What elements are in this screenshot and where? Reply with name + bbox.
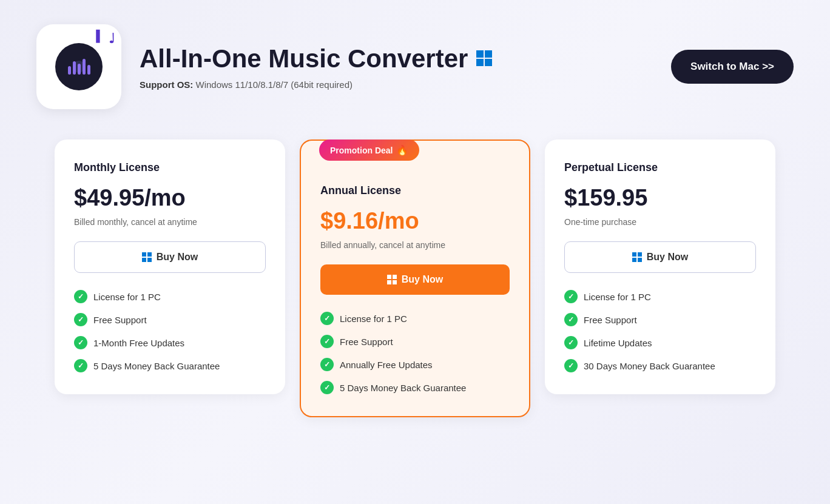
annual-features-list: ✓ License for 1 PC ✓ Free Support ✓ Annu… [320, 312, 510, 394]
svg-rect-3 [485, 59, 492, 66]
check-icon: ✓ [74, 313, 87, 326]
svg-rect-1 [485, 50, 492, 58]
windows-icon-monthly [142, 252, 152, 262]
svg-rect-14 [632, 258, 636, 262]
list-item: ✓ License for 1 PC [74, 290, 266, 303]
perpetual-plan-price: $159.95 [564, 185, 756, 211]
perpetual-plan-billing: One-time purchase [564, 217, 756, 227]
annual-buy-button[interactable]: Buy Now [320, 264, 510, 295]
list-item: ✓ 5 Days Money Back Guarantee [74, 359, 266, 372]
list-item: ✓ 30 Days Money Back Guarantee [564, 359, 756, 372]
list-item: ✓ Annually Free Updates [320, 358, 510, 371]
svg-rect-6 [142, 258, 146, 262]
os-value: Windows 11/10/8.1/8/7 (64bit required) [196, 79, 353, 90]
header: ♩ ▌ All-In-One Music Converter Suppo [36, 24, 794, 109]
svg-rect-13 [638, 252, 642, 257]
switch-to-mac-button[interactable]: Switch to Mac >> [671, 50, 794, 84]
check-icon: ✓ [564, 313, 578, 326]
perpetual-card: Perpetual License $159.95 One-time purch… [545, 139, 775, 394]
check-icon: ✓ [320, 358, 334, 371]
list-item: ✓ Free Support [320, 335, 510, 348]
check-icon: ✓ [564, 290, 578, 303]
list-item: ✓ Lifetime Updates [564, 336, 756, 349]
svg-rect-0 [476, 50, 484, 58]
check-icon: ✓ [564, 359, 578, 372]
windows-icon-annual [387, 275, 397, 284]
svg-rect-4 [142, 252, 146, 257]
fire-icon: 🔥 [396, 144, 408, 156]
check-icon: ✓ [564, 336, 578, 349]
monthly-plan-price: $49.95/mo [74, 185, 266, 211]
app-os: Support OS: Windows 11/10/8.1/8/7 (64bit… [140, 79, 653, 90]
logo-disc [55, 43, 103, 90]
list-item: ✓ 5 Days Money Back Guarantee [320, 381, 510, 394]
list-item: ✓ License for 1 PC [564, 290, 756, 303]
monthly-plan-name: Monthly License [74, 161, 266, 174]
check-icon: ✓ [320, 335, 334, 348]
svg-rect-2 [476, 59, 484, 66]
annual-card: Promotion Deal 🔥 Annual License $9.16/mo… [300, 139, 530, 417]
svg-rect-8 [387, 275, 391, 279]
check-icon: ✓ [320, 312, 334, 325]
list-item: ✓ 1-Month Free Updates [74, 336, 266, 349]
svg-rect-11 [393, 280, 397, 284]
monthly-buy-button[interactable]: Buy Now [74, 241, 266, 273]
check-icon: ✓ [320, 381, 334, 394]
check-icon: ✓ [74, 290, 87, 303]
monthly-plan-billing: Billed monthly, cancel at anytime [74, 217, 266, 227]
annual-plan-name: Annual License [320, 184, 510, 197]
app-title-text: All-In-One Music Converter [140, 44, 468, 73]
svg-rect-12 [632, 252, 636, 257]
promo-badge: Promotion Deal 🔥 [319, 139, 419, 161]
svg-rect-5 [147, 252, 152, 257]
annual-plan-price: $9.16/mo [320, 208, 510, 234]
list-item: ✓ Free Support [564, 313, 756, 326]
pricing-section: Monthly License $49.95/mo Billed monthly… [36, 139, 794, 417]
app-info: All-In-One Music Converter Support OS: W… [140, 44, 653, 90]
perpetual-buy-button[interactable]: Buy Now [564, 241, 756, 273]
svg-rect-10 [387, 280, 391, 284]
perpetual-features-list: ✓ License for 1 PC ✓ Free Support ✓ Life… [564, 290, 756, 372]
cursor-icon: ▌ [96, 30, 104, 42]
monthly-features-list: ✓ License for 1 PC ✓ Free Support ✓ 1-Mo… [74, 290, 266, 372]
monthly-card: Monthly License $49.95/mo Billed monthly… [55, 139, 285, 394]
annual-plan-billing: Billed annually, cancel at anytime [320, 240, 510, 250]
page-wrapper: ♩ ▌ All-In-One Music Converter Suppo [0, 0, 830, 504]
windows-icon-perpetual [632, 252, 642, 262]
perpetual-plan-name: Perpetual License [564, 161, 756, 174]
app-logo: ♩ ▌ [36, 24, 121, 109]
music-note-icon: ♩ [109, 31, 115, 47]
list-item: ✓ Free Support [74, 313, 266, 326]
os-label: Support OS: [140, 79, 193, 90]
windows-logo-icon [476, 50, 493, 67]
check-icon: ✓ [74, 359, 87, 372]
list-item: ✓ License for 1 PC [320, 312, 510, 325]
logo-bars [68, 59, 90, 75]
svg-rect-7 [147, 258, 152, 262]
check-icon: ✓ [74, 336, 87, 349]
svg-rect-15 [638, 258, 642, 262]
svg-rect-9 [393, 275, 397, 279]
app-title-row: All-In-One Music Converter [140, 44, 653, 73]
